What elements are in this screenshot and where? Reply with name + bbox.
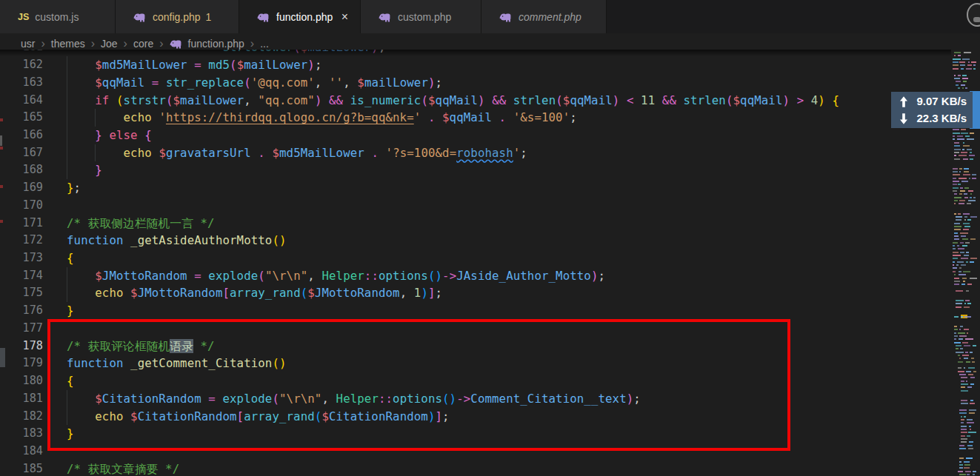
line-number: 176: [0, 302, 43, 320]
line-number: 172: [0, 232, 43, 249]
breadcrumb-label: usr: [21, 38, 35, 50]
php-icon: [170, 38, 183, 49]
code-text: if (strstr($mailLower, "qq.com") && is_n…: [67, 92, 839, 110]
line-number: 179: [0, 355, 43, 372]
breadcrumb-item-themes[interactable]: themes: [51, 38, 85, 50]
code-line-171[interactable]: 171/* 获取侧边栏随机一言 */: [0, 215, 980, 232]
line-number: 162: [0, 56, 43, 74]
breadcrumb-separator: ›: [250, 37, 254, 50]
code-text: $JMottoRandom = explode("\r\n", Helper::…: [67, 267, 605, 285]
breadcrumb-item-usr[interactable]: usr: [21, 38, 35, 50]
line-number: 180: [0, 372, 43, 390]
php-icon: [133, 12, 147, 22]
breadcrumb-label: Joe: [101, 38, 118, 50]
breadcrumb-label: themes: [51, 38, 85, 50]
breadcrumb-item-function.php[interactable]: function.php: [170, 38, 244, 50]
code-text: function _getAsideAuthorMotto(): [67, 232, 287, 249]
code-text: /* 获取文章摘要 */: [67, 460, 179, 476]
tab-comment.php[interactable]: comment.php: [481, 0, 607, 33]
breadcrumb-separator: ›: [159, 37, 163, 50]
line-number: 165: [0, 109, 43, 127]
tab-custom.php[interactable]: custom.php: [361, 0, 481, 33]
code-line-175[interactable]: 175 echo $JMottoRandom[array_rand($JMott…: [0, 284, 980, 302]
line-number: 163: [0, 74, 43, 92]
edge-artifact: [0, 135, 2, 146]
code-text: $qqMail = str_replace('@qq.com', '', $ma…: [67, 74, 442, 92]
breadcrumb: usr›themes›Joe›core›function.php›...: [0, 33, 980, 50]
tab-label: config.php: [153, 11, 201, 23]
line-number: 181: [0, 390, 43, 408]
code-line-174[interactable]: 174 $JMottoRandom = explode("\r\n", Help…: [0, 267, 980, 285]
line-number: 178: [0, 338, 43, 355]
code-line-165[interactable]: 165 echo 'https://thirdqq.qlogo.cn/g?b=q…: [0, 109, 980, 127]
code-text: }: [67, 302, 74, 320]
edge-artifact: [0, 147, 3, 150]
code-line-164[interactable]: 164 if (strstr($mailLower, "qq.com") && …: [0, 92, 980, 110]
line-number: 170: [0, 197, 43, 215]
network-speed-overlay: 9.07 KB/s 22.3 KB/s: [891, 92, 973, 128]
breadcrumb-item-core[interactable]: core: [133, 38, 153, 50]
code-line-176[interactable]: 176}: [0, 302, 980, 320]
tab-badge: 1: [206, 11, 212, 23]
breadcrumb-label: core: [133, 38, 153, 50]
breadcrumb-item-Joe[interactable]: Joe: [101, 38, 118, 50]
code-line-172[interactable]: 172function _getAsideAuthorMotto(): [0, 232, 980, 249]
tab-config.php[interactable]: config.php1: [116, 0, 239, 33]
code-line-170[interactable]: 170: [0, 197, 980, 215]
tab-function.php[interactable]: function.php×: [239, 0, 361, 33]
code-line-169[interactable]: 169};: [0, 179, 980, 197]
tab-label: comment.php: [519, 11, 581, 23]
code-text: echo $JMottoRandom[array_rand($JMottoRan…: [67, 284, 442, 302]
tab-label: custom.js: [35, 11, 79, 23]
edge-artifact: [0, 185, 3, 188]
code-line-168[interactable]: 168 }: [0, 161, 980, 179]
code-text: /* 获取侧边栏随机一言 */: [67, 215, 215, 232]
php-icon: [499, 12, 513, 22]
close-tab-icon[interactable]: ×: [341, 11, 348, 23]
tab-bar: JScustom.jsconfig.php1function.php×custo…: [0, 0, 980, 33]
javascript-icon: JS: [18, 12, 29, 22]
line-number: 173: [0, 249, 43, 267]
code-line-167[interactable]: 167 echo $gravatarsUrl . $md5MailLower .…: [0, 144, 980, 162]
code-text: strtolower($mailLower);: [67, 50, 386, 56]
code-text: echo $gravatarsUrl . $md5MailLower . '?s…: [67, 144, 527, 162]
line-number: 169: [0, 179, 43, 197]
edge-artifact: [0, 220, 3, 223]
code-line-163[interactable]: 163 $qqMail = str_replace('@qq.com', '',…: [0, 74, 980, 92]
vscode-window: JScustom.jsconfig.php1function.php×custo…: [0, 0, 980, 476]
upload-arrow-icon: [900, 96, 907, 107]
tab-label: custom.php: [398, 11, 451, 23]
edge-artifact: [0, 348, 5, 367]
breadcrumb-item-...[interactable]: ...: [260, 38, 269, 50]
tab-label: function.php: [276, 11, 333, 23]
tab-custom.js[interactable]: JScustom.js: [0, 0, 116, 33]
line-number: 166: [0, 127, 43, 144]
download-arrow-icon: [900, 113, 907, 124]
breadcrumb-separator: ›: [41, 37, 44, 50]
code-text: };: [67, 179, 81, 197]
line-number: 174: [0, 267, 43, 285]
line-number: 185: [0, 460, 43, 476]
code-text: echo 'https://thirdqq.qlogo.cn/g?b=qq&nk…: [67, 109, 577, 127]
line-number: 183: [0, 425, 43, 443]
line-number: 168: [0, 161, 43, 179]
download-speed: 22.3 KB/s: [891, 110, 973, 127]
code-line-162[interactable]: 162 $md5MailLower = md5($mailLower);: [0, 56, 980, 74]
php-icon: [379, 12, 392, 22]
code-line-161[interactable]: 161 strtolower($mailLower);: [0, 50, 980, 56]
code-line-185[interactable]: 185/* 获取文章摘要 */: [0, 460, 980, 476]
code-line-173[interactable]: 173{: [0, 249, 980, 267]
upload-speed: 9.07 KB/s: [891, 93, 973, 110]
breadcrumb-separator: ›: [91, 37, 95, 50]
annotation-rectangle: [47, 319, 790, 451]
line-number: 177: [0, 320, 43, 338]
php-icon: [257, 12, 270, 22]
code-text: } else {: [67, 127, 152, 144]
line-number: 164: [0, 92, 43, 110]
line-number: 167: [0, 144, 43, 162]
code-text: {: [67, 249, 74, 267]
line-number: 182: [0, 408, 43, 426]
breadcrumb-separator: ›: [124, 37, 127, 50]
code-text: $md5MailLower = md5($mailLower);: [67, 56, 321, 74]
code-line-166[interactable]: 166 } else {: [0, 127, 980, 144]
